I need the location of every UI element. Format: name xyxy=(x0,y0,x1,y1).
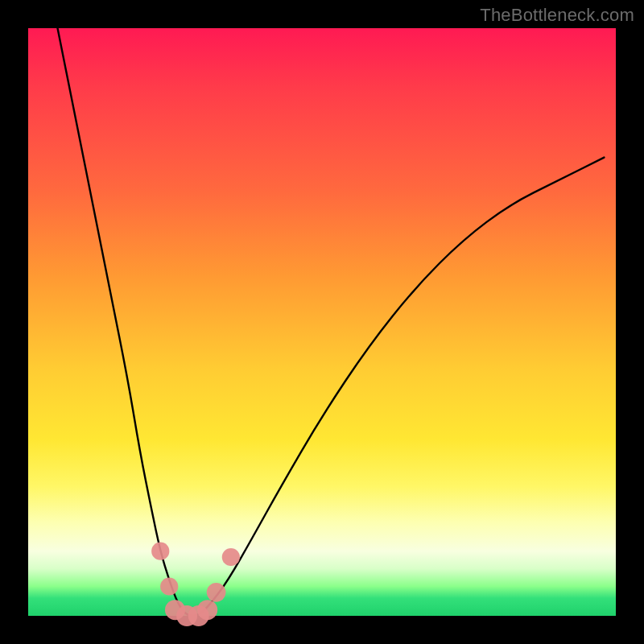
highlight-dot xyxy=(160,577,178,595)
highlight-dots xyxy=(151,543,240,626)
curve-layer xyxy=(28,28,616,616)
chart-frame: TheBottleneck.com xyxy=(0,0,644,644)
plot-area xyxy=(28,28,616,616)
highlight-dot xyxy=(151,543,169,560)
highlight-dot xyxy=(222,548,240,566)
watermark-text: TheBottleneck.com xyxy=(480,5,634,26)
highlight-dot xyxy=(197,600,217,620)
bottleneck-curve xyxy=(58,28,605,616)
highlight-dot xyxy=(207,583,226,602)
